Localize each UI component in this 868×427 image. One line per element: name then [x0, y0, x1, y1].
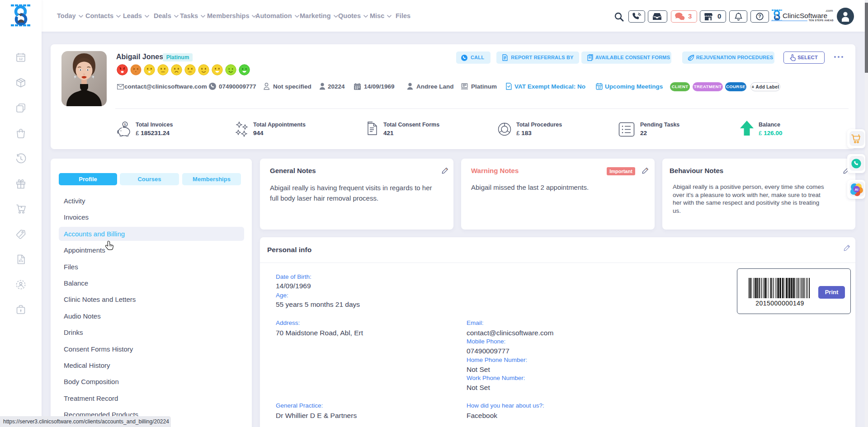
svg-text:12: 12	[598, 86, 601, 89]
svg-text:12: 12	[19, 57, 23, 61]
svg-text:?: ?	[758, 14, 761, 19]
svg-text:$: $	[124, 122, 126, 127]
svg-text:AI: AI	[855, 188, 859, 192]
